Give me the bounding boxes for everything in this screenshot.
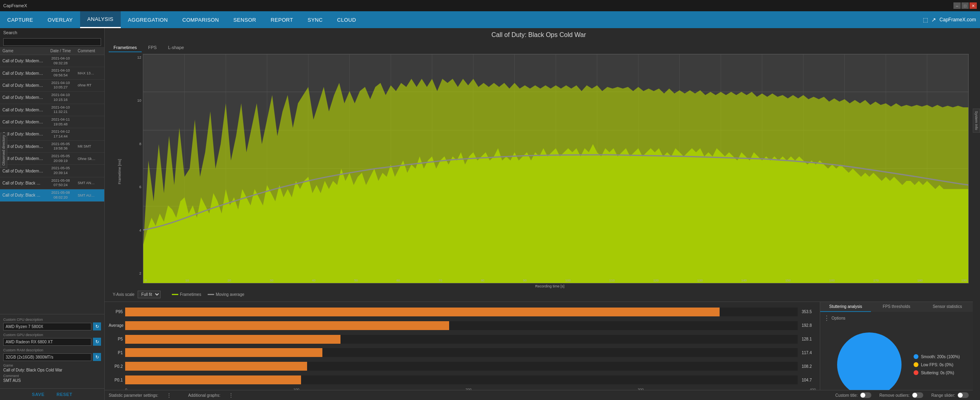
legend-color-frametimes: [172, 294, 178, 295]
bar-label: P0.1: [109, 378, 123, 382]
game-row-date: 2021-04-1011:32:21: [43, 105, 78, 115]
y-scale-select[interactable]: Full fit Fixed: [138, 291, 161, 298]
game-row-7[interactable]: Call of Duty: Modern Warfare 2021-05-051…: [0, 141, 104, 153]
legend-moving-avg: Moving average: [208, 292, 244, 297]
game-row-9[interactable]: Call of Duty: Modern Warfare 2021-05-052…: [0, 165, 104, 177]
game-row-date: 2021-04-1119:05:48: [43, 117, 78, 127]
game-row-4[interactable]: Call of Duty: Modern Warfare 2021-04-101…: [0, 104, 104, 116]
range-slider-knob: [958, 393, 963, 398]
bar-track: [125, 308, 798, 316]
nav-item-sensor[interactable]: SENSOR: [226, 11, 264, 28]
bar-row-4: P0.2 108.2: [109, 362, 816, 371]
game-row-0[interactable]: Call of Duty: Modern Warfare 2021-04-100…: [0, 55, 104, 67]
pie-label-stuttering: Stuttering: 0s (0%): [921, 371, 954, 375]
nav-item-capture[interactable]: CAPTURE: [0, 11, 40, 28]
game-row-comment: Mit SMT: [78, 144, 102, 148]
bar-label: P0.2: [109, 364, 123, 369]
legend-frametimes: Frametimes: [172, 292, 201, 297]
stats-settings-dots[interactable]: ⋮: [166, 392, 172, 398]
nav-item-sync[interactable]: SYNC: [300, 11, 330, 28]
game-row-comment: MAX 13…: [78, 71, 102, 75]
cpu-refresh-button[interactable]: ↻: [93, 322, 101, 330]
game-row-comment: SMT AN…: [78, 181, 102, 185]
options-dots-icon[interactable]: ⋮: [823, 314, 830, 322]
remove-outliers-knob: [912, 393, 917, 398]
nav-item-overlay[interactable]: OVERLAY: [40, 11, 80, 28]
observed-dir-tab[interactable]: Observed directory: [0, 133, 7, 168]
ram-field: Custom RAM description ↻: [3, 348, 101, 361]
chart-title: Call of Duty: Black Ops Cold War: [105, 28, 973, 42]
nav-icon-2[interactable]: ↗: [931, 16, 936, 23]
col-header-date[interactable]: Date / Time: [43, 49, 78, 53]
system-info-tab[interactable]: System Info: [973, 109, 980, 133]
game-row-comment: Ohne Sk…: [78, 157, 102, 161]
game-row-1[interactable]: Call of Duty: Modern Warfare 2021-04-100…: [0, 67, 104, 79]
game-row-3[interactable]: Call of Duty: Modern Warfare 2021-04-101…: [0, 92, 104, 104]
y-axis-scale-row: Y-Axis scale Full fit Fixed Frametimes M…: [109, 289, 969, 300]
cpu-field: Custom CPU description ↻: [3, 318, 101, 330]
pie-chart-svg: [833, 328, 906, 400]
ram-input[interactable]: [3, 353, 91, 361]
reset-button[interactable]: RESET: [56, 392, 72, 397]
tab-fps[interactable]: FPS: [143, 43, 161, 52]
tab-lshape[interactable]: L-shape: [163, 43, 189, 52]
nav-item-cloud[interactable]: CLOUD: [330, 11, 363, 28]
close-button[interactable]: ✕: [970, 2, 977, 9]
game-row-name: Call of Duty: Black Ops Cold War: [2, 181, 43, 185]
bar-fill: [125, 335, 340, 344]
game-row-name: Call of Duty: Modern Warfare: [2, 156, 43, 161]
navbar: CAPTURE OVERLAY ANALYSIS AGGREGATION COM…: [0, 11, 980, 28]
nav-item-aggregation[interactable]: AGGREGATION: [121, 11, 175, 28]
tab-fps-thresholds[interactable]: FPS thresholds: [871, 302, 922, 312]
chart-with-y-axis: 12 10 8 6 4 2: [131, 54, 969, 283]
game-list: Call of Duty: Modern Warfare 2021-04-100…: [0, 55, 104, 314]
range-slider-toggle[interactable]: [957, 392, 969, 398]
game-row-name: Call of Duty: Modern Warfare: [2, 71, 43, 76]
additional-graphs-dots[interactable]: ⋮: [228, 392, 234, 398]
custom-title-label: Custom title:: [835, 393, 858, 398]
tab-stuttering-analysis[interactable]: Stuttering analysis: [820, 302, 871, 312]
minimize-button[interactable]: –: [953, 2, 961, 9]
tab-sensor-statistics[interactable]: Sensor statistics: [922, 302, 973, 312]
custom-title-knob: [860, 393, 865, 398]
chart-svg: [143, 54, 968, 283]
nav-item-report[interactable]: REPORT: [264, 11, 301, 28]
game-row-10[interactable]: Call of Duty: Black Ops Cold War 2021-05…: [0, 177, 104, 189]
nav-icon-1[interactable]: ⬚: [923, 16, 928, 23]
game-row-comment: ohne RT: [78, 83, 102, 87]
app-title: CapFrameX: [3, 3, 27, 8]
pie-label-lowfps: Low FPS: 0s (0%): [921, 363, 953, 367]
custom-title-toggle[interactable]: [860, 392, 871, 398]
cpu-input[interactable]: [3, 323, 91, 330]
bar-value: 128.1: [802, 337, 816, 341]
col-header-game[interactable]: Game: [2, 49, 43, 53]
game-row-11[interactable]: Call of Duty: Black Ops Cold War 2021-05…: [0, 189, 104, 201]
website-link[interactable]: CapFrameX.com: [939, 17, 976, 23]
maximize-button[interactable]: □: [961, 2, 969, 9]
ram-refresh-button[interactable]: ↻: [93, 353, 101, 361]
legend-label-moving-avg: Moving average: [216, 292, 244, 297]
pie-dot-stuttering: [914, 370, 918, 375]
save-button[interactable]: SAVE: [32, 392, 44, 397]
nav-item-comparison[interactable]: COMPARISON: [175, 11, 226, 28]
gpu-input[interactable]: [3, 338, 91, 346]
bar-track: [125, 335, 798, 344]
remove-outliers-toggle[interactable]: [912, 392, 923, 398]
bar-fill: [125, 362, 307, 371]
game-row-5[interactable]: Call of Duty: Modern Warfare 2021-04-111…: [0, 116, 104, 128]
nav-item-analysis[interactable]: ANALYSIS: [80, 11, 121, 28]
search-label: Search: [0, 28, 104, 37]
tab-frametimes[interactable]: Frametimes: [109, 43, 142, 52]
bottom-section: P95 353.5 Average 192.8 P5 128.1 P1 117.…: [105, 302, 973, 390]
gpu-refresh-button[interactable]: ↻: [93, 338, 101, 346]
game-row-2[interactable]: Call of Duty: Modern Warfare 2021-04-101…: [0, 80, 104, 92]
pie-legend-stuttering: Stuttering: 0s (0%): [914, 370, 960, 375]
pie-legend: Smooth: 200s (100%) Low FPS: 0s (0%) Stu…: [914, 354, 960, 375]
chart-tabs: Frametimes FPS L-shape: [105, 42, 973, 52]
right-tabs: Stuttering analysis FPS thresholds Senso…: [820, 302, 973, 312]
game-row-8[interactable]: Call of Duty: Modern Warfare 2021-05-052…: [0, 153, 104, 165]
game-row-6[interactable]: Call of Duty: Modern Warfare 2021-04-121…: [0, 128, 104, 140]
search-input[interactable]: [3, 38, 101, 46]
y-scale-label: Y-Axis scale: [113, 292, 134, 297]
stats-bar: Statistic parameter settings: ⋮ Addition…: [105, 390, 973, 400]
